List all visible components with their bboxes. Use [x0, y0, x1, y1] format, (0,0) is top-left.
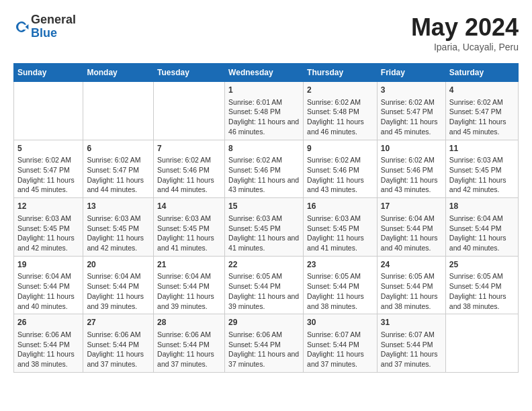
day-detail: Sunrise: 6:03 AMSunset: 5:45 PMDaylight:… [228, 214, 300, 253]
day-detail: Sunrise: 6:02 AMSunset: 5:47 PMDaylight:… [87, 155, 150, 195]
day-cell: 4Sunrise: 6:02 AMSunset: 5:47 PMDaylight… [445, 82, 518, 140]
day-detail: Sunrise: 6:02 AMSunset: 5:48 PMDaylight:… [307, 97, 373, 137]
header-cell-tuesday: Tuesday [154, 64, 225, 82]
day-cell: 6Sunrise: 6:02 AMSunset: 5:47 PMDaylight… [83, 140, 154, 198]
day-number: 29 [228, 317, 300, 328]
day-cell: 15Sunrise: 6:03 AMSunset: 5:45 PMDayligh… [225, 198, 304, 257]
day-detail: Sunrise: 6:03 AMSunset: 5:45 PMDaylight:… [307, 214, 373, 253]
day-detail: Sunrise: 6:03 AMSunset: 5:45 PMDaylight:… [87, 214, 150, 253]
day-cell: 9Sunrise: 6:02 AMSunset: 5:46 PMDaylight… [304, 140, 378, 198]
day-number: 6 [87, 143, 150, 154]
title-block: May 2024 Iparia, Ucayali, Peru [411, 13, 519, 52]
logo-text: General Blue [31, 13, 76, 40]
day-number: 13 [87, 201, 150, 212]
day-number: 3 [381, 85, 442, 96]
day-cell: 17Sunrise: 6:04 AMSunset: 5:44 PMDayligh… [377, 198, 445, 257]
day-detail: Sunrise: 6:06 AMSunset: 5:44 PMDaylight:… [87, 330, 150, 369]
day-cell [445, 314, 518, 373]
header-cell-friday: Friday [377, 64, 445, 82]
logo-icon [13, 19, 30, 35]
header-row: SundayMondayTuesdayWednesdayThursdayFrid… [14, 64, 519, 82]
day-cell [14, 82, 83, 140]
location-subtitle: Iparia, Ucayali, Peru [411, 42, 519, 52]
day-number: 18 [449, 201, 515, 212]
day-cell: 10Sunrise: 6:02 AMSunset: 5:46 PMDayligh… [377, 140, 445, 198]
day-cell: 24Sunrise: 6:05 AMSunset: 5:44 PMDayligh… [377, 256, 445, 314]
day-detail: Sunrise: 6:02 AMSunset: 5:47 PMDaylight:… [449, 97, 515, 137]
day-detail: Sunrise: 6:03 AMSunset: 5:45 PMDaylight:… [449, 155, 515, 195]
day-cell: 22Sunrise: 6:05 AMSunset: 5:44 PMDayligh… [225, 256, 304, 314]
day-detail: Sunrise: 6:07 AMSunset: 5:44 PMDaylight:… [381, 330, 442, 369]
header-cell-monday: Monday [83, 64, 154, 82]
day-cell: 8Sunrise: 6:02 AMSunset: 5:46 PMDaylight… [225, 140, 304, 198]
day-number: 31 [381, 317, 442, 328]
day-detail: Sunrise: 6:03 AMSunset: 5:45 PMDaylight:… [17, 214, 79, 253]
day-cell: 11Sunrise: 6:03 AMSunset: 5:45 PMDayligh… [445, 140, 518, 198]
day-detail: Sunrise: 6:05 AMSunset: 5:44 PMDaylight:… [307, 271, 373, 311]
day-number: 25 [449, 259, 515, 271]
day-detail: Sunrise: 6:04 AMSunset: 5:44 PMDaylight:… [17, 271, 79, 311]
week-row-4: 19Sunrise: 6:04 AMSunset: 5:44 PMDayligh… [14, 256, 519, 314]
month-year-title: May 2024 [411, 13, 519, 42]
day-detail: Sunrise: 6:04 AMSunset: 5:44 PMDaylight:… [157, 271, 221, 311]
day-number: 1 [228, 85, 300, 96]
day-cell: 26Sunrise: 6:06 AMSunset: 5:44 PMDayligh… [14, 314, 83, 373]
day-cell: 5Sunrise: 6:02 AMSunset: 5:47 PMDaylight… [14, 140, 83, 198]
day-cell: 19Sunrise: 6:04 AMSunset: 5:44 PMDayligh… [14, 256, 83, 314]
day-detail: Sunrise: 6:06 AMSunset: 5:44 PMDaylight:… [157, 330, 221, 369]
day-number: 8 [228, 143, 300, 154]
header-cell-thursday: Thursday [304, 64, 378, 82]
day-detail: Sunrise: 6:02 AMSunset: 5:47 PMDaylight:… [381, 97, 442, 137]
day-cell: 1Sunrise: 6:01 AMSunset: 5:48 PMDaylight… [225, 82, 304, 140]
day-cell [83, 82, 154, 140]
day-number: 12 [17, 201, 79, 212]
day-cell: 27Sunrise: 6:06 AMSunset: 5:44 PMDayligh… [83, 314, 154, 373]
day-cell: 21Sunrise: 6:04 AMSunset: 5:44 PMDayligh… [154, 256, 225, 314]
day-cell: 23Sunrise: 6:05 AMSunset: 5:44 PMDayligh… [304, 256, 378, 314]
day-number: 5 [17, 143, 79, 154]
day-cell: 29Sunrise: 6:06 AMSunset: 5:44 PMDayligh… [225, 314, 304, 373]
week-row-2: 5Sunrise: 6:02 AMSunset: 5:47 PMDaylight… [14, 140, 519, 198]
day-number: 2 [307, 85, 373, 96]
day-number: 4 [449, 85, 515, 96]
day-detail: Sunrise: 6:05 AMSunset: 5:44 PMDaylight:… [381, 271, 442, 311]
header-cell-saturday: Saturday [445, 64, 518, 82]
day-cell: 14Sunrise: 6:03 AMSunset: 5:45 PMDayligh… [154, 198, 225, 257]
week-row-5: 26Sunrise: 6:06 AMSunset: 5:44 PMDayligh… [14, 314, 519, 373]
day-detail: Sunrise: 6:04 AMSunset: 5:44 PMDaylight:… [381, 214, 442, 253]
day-number: 28 [157, 317, 221, 328]
calendar-header: SundayMondayTuesdayWednesdayThursdayFrid… [14, 64, 519, 82]
day-number: 20 [87, 259, 150, 271]
day-number: 30 [307, 317, 373, 328]
day-detail: Sunrise: 6:04 AMSunset: 5:44 PMDaylight:… [449, 214, 515, 253]
day-cell [154, 82, 225, 140]
week-row-1: 1Sunrise: 6:01 AMSunset: 5:48 PMDaylight… [14, 82, 519, 140]
day-number: 26 [17, 317, 79, 328]
header-cell-wednesday: Wednesday [225, 64, 304, 82]
day-number: 17 [381, 201, 442, 212]
day-detail: Sunrise: 6:02 AMSunset: 5:46 PMDaylight:… [228, 155, 300, 195]
day-cell: 12Sunrise: 6:03 AMSunset: 5:45 PMDayligh… [14, 198, 83, 257]
header-cell-sunday: Sunday [14, 64, 83, 82]
day-number: 24 [381, 259, 442, 271]
day-detail: Sunrise: 6:02 AMSunset: 5:46 PMDaylight:… [307, 155, 373, 195]
day-number: 7 [157, 143, 221, 154]
day-number: 16 [307, 201, 373, 212]
day-number: 14 [157, 201, 221, 212]
day-number: 21 [157, 259, 221, 271]
day-number: 23 [307, 259, 373, 271]
logo: General Blue [13, 13, 76, 40]
day-cell: 2Sunrise: 6:02 AMSunset: 5:48 PMDaylight… [304, 82, 378, 140]
page-header: General Blue May 2024 Iparia, Ucayali, P… [13, 13, 519, 52]
calendar-body: 1Sunrise: 6:01 AMSunset: 5:48 PMDaylight… [14, 82, 519, 373]
day-number: 11 [449, 143, 515, 154]
day-number: 22 [228, 259, 300, 271]
day-number: 19 [17, 259, 79, 271]
day-cell: 7Sunrise: 6:02 AMSunset: 5:46 PMDaylight… [154, 140, 225, 198]
day-detail: Sunrise: 6:05 AMSunset: 5:44 PMDaylight:… [449, 271, 515, 311]
day-number: 9 [307, 143, 373, 154]
day-cell: 13Sunrise: 6:03 AMSunset: 5:45 PMDayligh… [83, 198, 154, 257]
day-detail: Sunrise: 6:06 AMSunset: 5:44 PMDaylight:… [228, 330, 300, 369]
day-cell: 25Sunrise: 6:05 AMSunset: 5:44 PMDayligh… [445, 256, 518, 314]
day-detail: Sunrise: 6:06 AMSunset: 5:44 PMDaylight:… [17, 330, 79, 369]
